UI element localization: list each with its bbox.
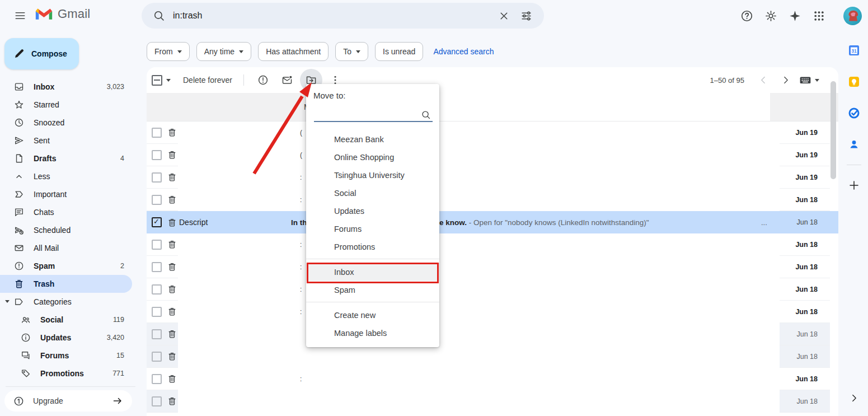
row-controls [147,368,178,390]
row-checkbox[interactable] [152,128,162,138]
upgrade-button[interactable]: Upgrade [4,390,132,412]
filter-chip[interactable]: From [147,42,190,61]
clear-search-button[interactable] [492,4,515,27]
rail-app-tasks[interactable] [843,102,865,124]
search-bar[interactable] [142,3,544,29]
sidebar-item-social[interactable]: Social 119 [0,311,132,329]
move-to-option[interactable]: Social [306,184,439,202]
sidebar-item-categories[interactable]: Categories [0,293,132,311]
filter-chip[interactable]: To [335,42,368,61]
filter-chip[interactable]: Has attachment [258,42,329,61]
sparkle-icon [789,10,801,22]
filter-chip[interactable]: Any time [196,42,251,61]
sidebar-item-chats[interactable]: Chats [0,203,132,221]
move-to-option[interactable]: Meezan Bank [306,130,439,148]
move-to-option[interactable]: Inbox [306,263,439,281]
search-input[interactable] [172,10,492,21]
email-row[interactable]: : Jun 19 [147,166,838,189]
header-icon-button[interactable] [759,4,783,27]
sidebar-item-sent[interactable]: Sent [0,132,132,149]
rail-app-calendar[interactable]: 31 [843,39,865,62]
sidebar-item-allmail[interactable]: All Mail [0,239,132,257]
list-scrollbar[interactable] [831,81,836,179]
compose-button[interactable]: Compose [4,38,79,69]
select-caret-icon[interactable] [166,79,171,84]
sidebar-item-inbox[interactable]: Inbox 3,023 [0,78,132,96]
main-menu-button[interactable] [9,4,31,27]
sidebar-item-promotions[interactable]: Promotions 771 [0,364,132,382]
email-row[interactable]: : Jun 18 [147,256,838,278]
sidebar-item-trash[interactable]: Trash [0,275,132,293]
sidebar-item-label: Social [40,315,63,324]
older-page-button[interactable] [775,69,797,91]
email-row[interactable]: : Jun 18 [147,189,838,211]
collapse-panel-button[interactable] [843,387,865,409]
move-to-option[interactable]: Tsinghua University [306,166,439,184]
advanced-search-link[interactable]: Advanced search [433,47,494,56]
email-row[interactable]: Jun 18 [147,323,838,345]
sidebar-item-starred[interactable]: Starred [0,96,132,114]
email-row[interactable]: Jun 18 [147,390,838,413]
sidebar-item-updates[interactable]: Updates 3,420 [0,329,132,347]
filter-chip[interactable]: Is unread [375,42,423,61]
newer-page-button[interactable] [752,69,775,91]
email-row[interactable]: : Jun 18 [147,278,838,301]
input-method-button[interactable] [799,74,819,86]
row-checkbox[interactable] [152,262,162,272]
sidebar-item-forums[interactable]: Forums 15 [0,347,132,364]
sidebar-item-drafts[interactable]: Drafts 4 [0,149,132,167]
sidebar-item-scheduled[interactable]: Scheduled [0,221,132,239]
search-options-button[interactable] [515,4,537,27]
row-checkbox[interactable] [152,329,162,339]
row-checkbox[interactable] [152,396,162,406]
email-row[interactable]: : Jun 18 [147,233,838,256]
email-row[interactable]: ( Jun 19 [147,121,838,144]
move-to-option[interactable]: Spam [306,281,439,299]
sidebar-item-label: Trash [34,279,54,288]
row-date: Jun 18 [780,233,830,256]
email-row[interactable]: Descript In the e know. - Open for "nobo… [147,211,838,233]
header-icon-button[interactable] [807,4,831,27]
select-all-checkbox[interactable] [152,75,162,86]
move-to-option[interactable]: Updates [306,202,439,220]
rail-app-contacts[interactable] [843,133,865,156]
move-to-option[interactable]: Create new [306,306,439,324]
row-checkbox[interactable] [152,284,162,295]
email-row[interactable]: : Jun 18 [147,368,838,390]
page-range-label: 1–50 of 95 [710,76,744,85]
row-checkbox[interactable] [152,240,162,250]
move-to-option[interactable]: Online Shopping [306,148,439,166]
report-spam-button[interactable] [252,69,274,91]
email-row[interactable]: Jun 18 [147,345,838,368]
move-to-option[interactable]: Forums [306,220,439,238]
email-row[interactable]: ( Jun 19 [147,144,838,166]
sidebar-item-less[interactable]: Less [0,167,132,185]
select-all-control[interactable] [152,75,171,86]
delete-forever-button[interactable]: Delete forever [183,76,232,85]
row-checkbox[interactable] [152,307,162,317]
compose-label: Compose [31,49,67,58]
get-addons-button[interactable] [843,174,865,197]
header-icon-button[interactable] [735,4,759,27]
row-checkbox[interactable] [152,352,162,362]
row-checkbox[interactable] [152,195,162,205]
move-to-option[interactable]: Manage labels [306,324,439,342]
row-checkbox[interactable] [152,374,162,384]
sidebar-item-spam[interactable]: Spam 2 [0,257,132,275]
report-spam-icon [257,74,269,86]
account-avatar[interactable] [843,7,862,25]
search-icon[interactable] [153,10,165,22]
expander-arrow-icon[interactable] [5,300,10,305]
move-to-option[interactable]: Promotions [306,238,439,256]
sidebar-item-important[interactable]: Important [0,185,132,203]
email-row[interactable]: : Jun 18 [147,301,838,323]
mark-unread-button[interactable] [276,69,298,91]
rail-app-keep[interactable] [843,71,865,93]
row-checkbox[interactable] [152,217,162,227]
header-icon-button[interactable] [783,4,807,27]
chip-group: From Any time Has attachment To Is unrea… [147,42,423,61]
row-checkbox[interactable] [152,150,162,160]
label-search-input[interactable] [314,121,433,122]
row-checkbox[interactable] [152,172,162,183]
sidebar-item-snoozed[interactable]: Snoozed [0,114,132,132]
